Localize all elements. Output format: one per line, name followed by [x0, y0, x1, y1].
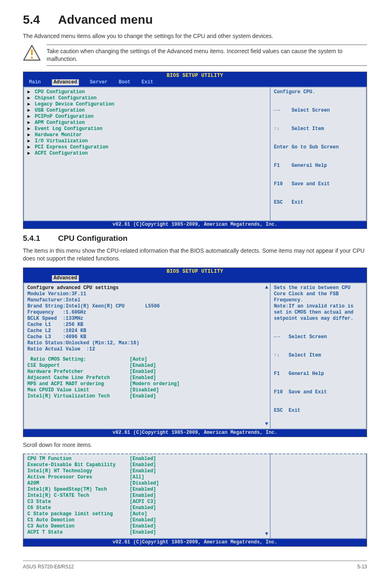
caution-text: Take caution when changing the settings …: [47, 45, 367, 66]
opt-speedstep[interactable]: Intel(R) SpeedStep(TM) Tech[Enabled]: [27, 487, 156, 492]
menu-advanced[interactable]: Advanced: [52, 79, 79, 85]
caution-note: Take caution when changing the settings …: [23, 45, 367, 66]
nav-keys: ←→ Select Screen ↑↓ Select Item F1 Gener…: [274, 322, 363, 426]
info-line: Ratio Actual Value :12: [27, 346, 267, 352]
menu-advanced[interactable]: Advanced: [52, 275, 79, 281]
svg-rect-1: [31, 49, 33, 55]
bios-footer: v02.61 (C)Copyright 1985-2009, American …: [23, 539, 367, 546]
cpu-config-heading: Configure advanced CPU settings: [27, 285, 267, 291]
nav-line: F1 General Help: [274, 163, 363, 169]
opt-vt[interactable]: Intel(R) Virtualization Tech[Enabled]: [27, 393, 156, 399]
menu-main[interactable]: Main: [29, 79, 41, 85]
info-line: Frequency :1.60GHz: [27, 310, 267, 316]
submenu-acpi[interactable]: ACPI Configuration: [35, 150, 88, 156]
opt-xd-bit[interactable]: Execute-Disable Bit Capability[Enabled]: [27, 462, 156, 468]
opt-c3-auto-demotion[interactable]: C3 Auto Demotion[Enabled]: [27, 523, 156, 529]
opt-max-cpuid[interactable]: Max CPUID Value Limit[Disabled]: [27, 387, 159, 393]
bios-left-pane: ▲ Configure advanced CPU settings Module…: [23, 283, 271, 429]
subsection-heading: 5.4.1CPU Configuration: [23, 233, 367, 244]
subsection-title: CPU Configuration: [58, 234, 128, 242]
nav-keys: ←→ Select Screen ↑↓ Select Item Enter Go…: [274, 95, 363, 218]
bios-title: BIOS SETUP UTILITY: [23, 72, 367, 79]
bios-title: BIOS SETUP UTILITY: [23, 268, 367, 275]
bios-menu-bar: Main Advanced Server Boot Exit: [23, 79, 367, 87]
opt-ht[interactable]: Intel(R) HT Technology[Enabled]: [27, 468, 156, 474]
opt-adj-cache[interactable]: Adjacent Cache Line Prefetch[Enabled]: [27, 375, 156, 381]
bios-footer: v02.61 (C)Copyright 1985-2009, American …: [23, 429, 367, 437]
opt-c6[interactable]: C6 State[Enabled]: [27, 505, 156, 511]
page-footer: ASUS RS720-E6/RS12 5-13: [23, 561, 367, 570]
nav-line: ↑↓ Select Item: [274, 126, 363, 132]
nav-line: F10 Save and Exit: [274, 389, 363, 395]
bios-right-pane: Sets the ratio between CPU Core Clock an…: [271, 283, 367, 429]
sub-intro-paragraph: The items in this menu show the CPU-rela…: [23, 247, 367, 263]
opt-cstate-pkg-limit[interactable]: C State package limit setting[Auto]: [27, 511, 147, 517]
nav-line: ESC Exit: [274, 200, 363, 206]
submenu-iovirt[interactable]: I/O Virtualization: [35, 138, 88, 144]
bios-footer: v02.61 (C)Copyright 1985-2009, American …: [23, 221, 367, 229]
opt-acpi-t-state[interactable]: ACPI T State[Enabled]: [27, 530, 156, 535]
bios-right-pane: Configure CPU. ←→ Select Screen ↑↓ Selec…: [271, 87, 367, 221]
intro-paragraph: The Advanced menu items allow you to cha…: [23, 32, 367, 40]
bios-cpu-config: BIOS SETUP UTILITY Main Advanced ▲ Confi…: [23, 267, 367, 437]
info-line: Ratio Status:Unlocked (Min:12, Max:16): [27, 340, 267, 346]
submenu-usb[interactable]: USB Configuration: [35, 108, 85, 113]
section-heading: 5.4Advanced menu: [23, 11, 367, 28]
scroll-note: Scroll down for more items.: [23, 441, 367, 449]
opt-c1-auto-demotion[interactable]: C1 Auto Demotion[Enabled]: [27, 517, 156, 523]
submenu-hwmon[interactable]: Hardware Monitor: [35, 132, 82, 138]
bios-advanced-main: BIOS SETUP UTILITY Main Advanced Server …: [23, 72, 367, 229]
opt-active-cores[interactable]: Active Processor Cores[All]: [27, 474, 144, 480]
info-line: Brand String:Intel(R) Xeon(R) CPU L5506: [27, 303, 267, 310]
bios-cpu-config-scroll: CPU TM Function[Enabled] Execute-Disable…: [23, 453, 367, 547]
help-text: Configure CPU.: [274, 89, 363, 95]
bios-left-pane: ▶CPU Configuration ▶Chipset Configuratio…: [23, 87, 271, 221]
opt-c3[interactable]: C3 State[ACPI C3]: [27, 499, 156, 505]
help-text: Sets the ratio between CPU Core Clock an…: [274, 285, 363, 322]
submenu-pcie[interactable]: PCI Express Configuration: [35, 144, 108, 150]
module-version: Module Version:3F.11: [27, 291, 267, 297]
menu-exit[interactable]: Exit: [141, 79, 153, 85]
caution-icon: [23, 45, 41, 61]
scroll-up-icon[interactable]: ▲: [265, 284, 268, 291]
scroll-down-icon[interactable]: ▼: [265, 531, 268, 537]
svg-point-2: [31, 57, 33, 59]
subsection-number: 5.4.1: [23, 234, 40, 242]
footer-right: 5-13: [357, 563, 367, 570]
submenu-apm[interactable]: APM Configuration: [35, 120, 85, 126]
info-line: Manufacturer:Intel: [27, 297, 267, 303]
info-line: Cache L3 :4096 KB: [27, 334, 267, 340]
menu-boot[interactable]: Boot: [119, 79, 130, 85]
scroll-down-icon[interactable]: ▼: [265, 421, 268, 427]
submenu-eventlog[interactable]: Event Log Configuration: [35, 126, 103, 132]
menu-server[interactable]: Server: [90, 79, 108, 85]
opt-ratio-cmos[interactable]: Ratio CMOS Setting:[Auto]: [27, 357, 147, 362]
nav-line: ←→ Select Screen: [274, 108, 363, 114]
nav-line: Enter Go to Sub Screen: [274, 144, 363, 150]
info-line: Cache L2 :1024 KB: [27, 328, 267, 334]
opt-cstate[interactable]: Intel(R) C-STATE Tech[Enabled]: [27, 493, 156, 498]
opt-a20m[interactable]: A20M[Disabled]: [27, 480, 159, 486]
opt-hw-prefetch[interactable]: Hardware Prefetcher[Enabled]: [27, 369, 156, 375]
section-title: Advanced menu: [58, 13, 153, 26]
info-line: Cache L1 :256 KB: [27, 322, 267, 328]
nav-line: ↑↓ Select Item: [274, 352, 363, 359]
footer-left: ASUS RS720-E6/RS12: [23, 563, 74, 570]
opt-mps-acpi[interactable]: MPS and ACPI MADT ordering[Modern orderi…: [27, 381, 179, 387]
section-number: 5.4: [23, 13, 40, 26]
info-line: BCLK Speed :133MHz: [27, 316, 267, 322]
nav-line: F1 General Help: [274, 371, 363, 377]
bios-right-pane: [271, 453, 367, 539]
nav-line: ←→ Select Screen: [274, 334, 363, 340]
bios-menu-bar: Main Advanced: [23, 275, 367, 283]
nav-line: ESC Exit: [274, 408, 363, 414]
bios-left-pane: CPU TM Function[Enabled] Execute-Disable…: [23, 453, 271, 539]
opt-cpu-tm[interactable]: CPU TM Function[Enabled]: [27, 456, 156, 462]
opt-c1e[interactable]: C1E Support[Enabled]: [27, 363, 156, 368]
nav-line: F10 Save and Exit: [274, 181, 363, 187]
submenu-chipset[interactable]: Chipset Configuration: [35, 95, 96, 101]
submenu-pcipnp[interactable]: PCIPnP Configuration: [35, 114, 94, 119]
submenu-cpu[interactable]: CPU Configuration: [35, 89, 85, 95]
submenu-legacy[interactable]: Legacy Device Configuration: [35, 101, 114, 107]
